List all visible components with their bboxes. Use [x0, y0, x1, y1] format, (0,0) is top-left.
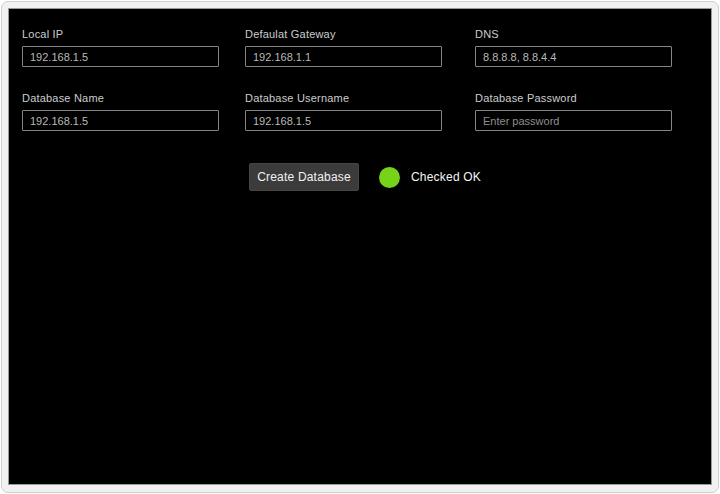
database-username-input[interactable]: [245, 110, 442, 131]
local-ip-label: Local IP: [22, 28, 219, 40]
field-database-username: Database Username: [245, 92, 442, 131]
database-name-label: Database Name: [22, 92, 219, 104]
field-database-name: Database Name: [22, 92, 219, 131]
database-username-label: Database Username: [245, 92, 442, 104]
field-local-ip: Local IP: [22, 28, 219, 67]
database-password-label: Database Password: [475, 92, 672, 104]
default-gateway-label: Defaulat Gateway: [245, 28, 442, 40]
field-default-gateway: Defaulat Gateway: [245, 28, 442, 67]
database-name-input[interactable]: [22, 110, 219, 131]
local-ip-input[interactable]: [22, 46, 219, 67]
config-form-panel: Local IP Defaulat Gateway DNS Database N…: [8, 8, 712, 485]
database-password-input[interactable]: [475, 110, 672, 131]
dns-label: DNS: [475, 28, 672, 40]
app-window: Local IP Defaulat Gateway DNS Database N…: [1, 1, 719, 493]
default-gateway-input[interactable]: [245, 46, 442, 67]
create-database-button[interactable]: Create Database: [249, 163, 359, 191]
status-ok-indicator-icon: [379, 167, 400, 188]
status-text: Checked OK: [411, 170, 481, 184]
field-dns: DNS: [475, 28, 672, 67]
dns-input[interactable]: [475, 46, 672, 67]
field-database-password: Database Password: [475, 92, 672, 131]
